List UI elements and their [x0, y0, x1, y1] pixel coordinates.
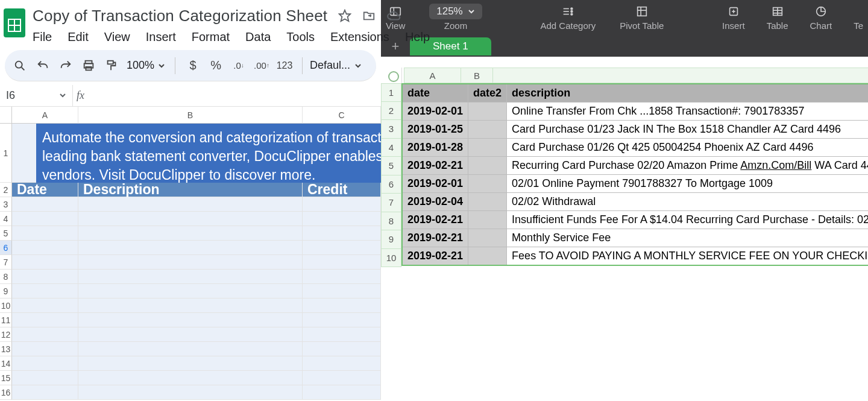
paint-format-icon[interactable] [101, 55, 122, 76]
document-title[interactable]: Copy of Transaction Categorization Sheet [33, 7, 327, 25]
cell[interactable] [78, 212, 303, 226]
cell-date2[interactable] [468, 229, 507, 247]
increase-decimal-icon[interactable]: .00↑ [251, 55, 272, 76]
cell-date2[interactable] [468, 139, 507, 157]
cell-date2[interactable] [468, 193, 507, 211]
cell-description[interactable]: Card Purchase 01/23 Jack IN The Box 1518… [507, 121, 868, 139]
cell-description[interactable]: Fees TO AVOID PAYING A MONTHLY SERVICE F… [507, 247, 868, 266]
cell-date[interactable]: 2019-01-25 [402, 121, 468, 139]
spreadsheet-grid[interactable]: 12345678910111213141516 ABC DateDescript… [0, 107, 381, 401]
cell[interactable] [12, 241, 78, 255]
cell[interactable] [78, 327, 303, 342]
cell[interactable] [303, 327, 381, 342]
chart-icon[interactable] [814, 4, 828, 19]
formula-bar-fx-icon[interactable]: fx [72, 85, 88, 106]
cell[interactable] [12, 385, 78, 400]
row-header[interactable]: 10 [0, 298, 12, 313]
row-header[interactable]: 8 [381, 212, 401, 231]
table-icon[interactable] [770, 4, 785, 19]
menu-file[interactable]: File [33, 30, 52, 44]
percent-icon[interactable]: % [206, 55, 226, 76]
row-header[interactable]: 5 [381, 157, 401, 175]
cell[interactable] [78, 255, 303, 270]
menu-view[interactable]: View [104, 30, 130, 44]
row-header[interactable]: 4 [381, 139, 401, 157]
header-description[interactable]: description [507, 84, 868, 103]
search-icon[interactable] [10, 55, 30, 76]
cell-description[interactable]: 02/01 Online Payment 7901788327 To Mortg… [507, 175, 868, 193]
cell-date[interactable]: 2019-02-21 [402, 229, 468, 247]
cell-description[interactable]: Online Transfer From Chk ...1858 Transac… [507, 103, 868, 121]
cell-description[interactable]: 02/02 Withdrawal [507, 193, 868, 211]
cell[interactable] [303, 226, 381, 241]
redo-icon[interactable] [55, 55, 76, 76]
menu-tools[interactable]: Tools [286, 30, 315, 44]
cell[interactable] [78, 197, 303, 212]
cell[interactable]: Credit [303, 183, 381, 197]
column-header-a[interactable]: A [404, 68, 461, 83]
currency-icon[interactable]: $ [183, 55, 203, 76]
cell[interactable] [303, 241, 381, 255]
star-icon[interactable] [338, 9, 351, 22]
cell[interactable] [12, 197, 78, 212]
cell-description[interactable]: Monthly Service Fee [507, 229, 868, 247]
cell[interactable] [303, 197, 381, 212]
menu-format[interactable]: Format [192, 30, 230, 44]
cell[interactable] [12, 226, 78, 241]
cell[interactable] [78, 313, 303, 327]
cell[interactable] [12, 313, 78, 327]
row-header[interactable]: 15 [0, 371, 12, 385]
cell-date[interactable]: 2019-02-21 [402, 247, 468, 266]
cell-date2[interactable] [468, 157, 507, 175]
cell[interactable] [12, 298, 78, 313]
cell-date2[interactable] [468, 247, 507, 266]
cell[interactable] [78, 270, 303, 284]
cell[interactable] [303, 212, 381, 226]
row-header[interactable]: 4 [0, 212, 12, 226]
cell[interactable] [78, 298, 303, 313]
more-formats-icon[interactable]: 123 [274, 55, 295, 76]
cell[interactable] [303, 298, 381, 313]
cell[interactable] [12, 371, 78, 385]
cell[interactable] [78, 241, 303, 255]
cell-date[interactable]: 2019-02-21 [402, 211, 468, 229]
cell[interactable] [12, 284, 78, 298]
cell-date[interactable]: 2019-02-04 [402, 193, 468, 211]
cell[interactable] [78, 284, 303, 298]
cell-description[interactable]: Card Purchase 01/26 Qt 425 05004254 Phoe… [507, 139, 868, 157]
cell[interactable] [12, 342, 78, 356]
data-table[interactable]: date date2 description 2019-02-01Online … [401, 83, 868, 266]
cell[interactable] [303, 371, 381, 385]
menu-extensions[interactable]: Extensions [330, 30, 389, 44]
row-header[interactable]: 2 [0, 183, 12, 197]
name-box[interactable]: I6 [4, 89, 59, 102]
move-folder-icon[interactable] [362, 9, 376, 22]
row-header[interactable]: 3 [381, 120, 401, 139]
row-header[interactable]: 10 [381, 249, 401, 268]
cell-date[interactable]: 2019-02-01 [402, 175, 468, 193]
row-header[interactable]: 16 [0, 385, 12, 400]
select-all-corner[interactable] [0, 107, 12, 124]
font-selector[interactable]: Defaul... [310, 59, 352, 72]
row-header[interactable]: 9 [381, 230, 401, 249]
column-header-b[interactable]: B [78, 107, 303, 124]
cell-description[interactable]: Recurring Card Purchase 02/20 Amazon Pri… [507, 157, 868, 175]
row-header[interactable]: 5 [0, 226, 12, 241]
text-icon[interactable] [855, 4, 862, 19]
cell[interactable] [12, 356, 78, 371]
cell[interactable] [12, 255, 78, 270]
column-header-a[interactable]: A [12, 107, 78, 124]
cell-date2[interactable] [468, 175, 507, 193]
promo-banner[interactable]: Automate the conversion and categorizati… [36, 124, 381, 183]
row-header[interactable]: 11 [0, 313, 12, 327]
cell[interactable] [303, 255, 381, 270]
column-header-b[interactable]: B [461, 68, 493, 83]
cell[interactable] [78, 356, 303, 371]
cell[interactable] [303, 356, 381, 371]
row-header[interactable]: 7 [0, 255, 12, 270]
cell[interactable] [78, 226, 303, 241]
undo-icon[interactable] [33, 55, 53, 76]
row-header[interactable]: 1 [381, 83, 401, 102]
row-header[interactable]: 14 [0, 356, 12, 371]
cell-date2[interactable] [468, 121, 507, 139]
